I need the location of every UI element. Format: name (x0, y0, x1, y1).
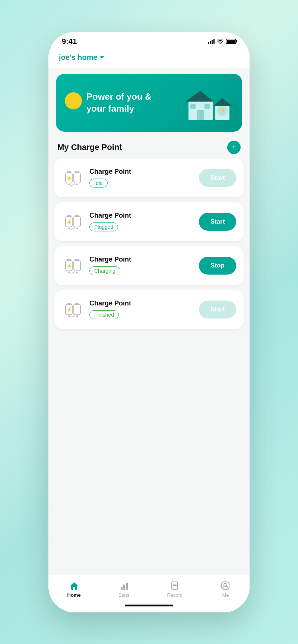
charge-info-0: Charge Point Idle (89, 168, 194, 188)
record-nav-icon (169, 580, 180, 591)
svg-rect-20 (74, 217, 80, 227)
charge-name-0: Charge Point (89, 168, 194, 176)
svg-rect-39 (68, 315, 70, 317)
nav-item-home[interactable]: Home (61, 579, 87, 599)
app-header: joe's home (48, 49, 250, 68)
action-button-0[interactable]: Start (199, 169, 236, 187)
svg-marker-6 (213, 98, 232, 106)
charge-info-2: Charge Point Charging (89, 256, 194, 275)
action-button-3[interactable]: Start (199, 301, 236, 318)
house-illustration: ⚡ (177, 84, 233, 121)
svg-rect-26 (77, 215, 79, 217)
record-nav-label: Record (167, 592, 183, 598)
home-bar (125, 605, 173, 606)
section-title: My Charge Point (57, 142, 122, 152)
charge-name-1: Charge Point (89, 212, 194, 220)
hero-illustration: ⚡ (177, 84, 233, 121)
svg-rect-23 (67, 215, 69, 217)
svg-rect-54 (173, 587, 175, 587)
svg-rect-31 (76, 272, 78, 273)
svg-marker-46 (70, 582, 78, 586)
svg-rect-3 (190, 104, 196, 109)
home-indicator (48, 602, 250, 612)
svg-rect-41 (67, 303, 69, 304)
svg-rect-22 (76, 228, 78, 229)
charge-info-1: Charge Point Plugged (89, 212, 194, 231)
nav-item-stats[interactable]: Stats (112, 579, 136, 599)
svg-text:⚡: ⚡ (66, 263, 73, 269)
svg-rect-12 (68, 184, 70, 185)
charge-info-3: Charge Point Finished (89, 299, 194, 319)
add-charge-point-button[interactable]: + (227, 141, 241, 154)
charge-icon-0: ⚡ (62, 167, 84, 189)
svg-rect-11 (74, 173, 80, 183)
svg-rect-32 (67, 259, 69, 260)
svg-text:⚡: ⚡ (66, 219, 73, 225)
svg-rect-2 (197, 110, 204, 120)
charge-card-1: ⚡ Charge Point Plugged Start (54, 202, 244, 241)
charge-card-3: ⚡ Charge Point Finished Start (54, 290, 244, 329)
svg-rect-52 (173, 584, 177, 584)
hero-line2: your family (86, 103, 152, 114)
charge-cards-container: ⚡ Charge Point Idle Start (48, 158, 250, 329)
charge-card-2: ⚡ Charge Point Charging Stop (54, 246, 244, 285)
svg-rect-25 (75, 215, 77, 217)
stats-nav-label: Stats (118, 592, 130, 598)
phone-frame: 9:41 joe's home (48, 32, 250, 612)
stats-nav-icon (119, 580, 129, 591)
nav-item-me[interactable]: Me (214, 579, 237, 599)
plus-icon: + (232, 143, 237, 151)
svg-rect-21 (68, 228, 70, 229)
hero-text-area: Power of you & your family (65, 91, 152, 114)
home-nav-icon (69, 580, 79, 591)
status-badge-1: Plugged (89, 222, 118, 231)
svg-rect-53 (173, 585, 177, 586)
svg-rect-44 (77, 303, 79, 304)
svg-rect-48 (121, 587, 123, 590)
svg-rect-29 (74, 260, 80, 271)
svg-rect-34 (75, 259, 77, 260)
svg-rect-38 (74, 304, 80, 315)
status-badge-2: Charging (89, 266, 120, 275)
location-selector[interactable]: joe's home (59, 53, 239, 62)
charge-name-2: Charge Point (89, 256, 194, 263)
status-badge-3: Finished (89, 310, 119, 319)
charge-icon-3: ⚡ (62, 298, 84, 321)
me-nav-icon (220, 580, 231, 591)
svg-marker-1 (186, 91, 213, 102)
charge-icon-2: ⚡ (62, 254, 84, 277)
action-button-2[interactable]: Stop (199, 257, 236, 275)
home-nav-label: Home (67, 592, 81, 598)
svg-rect-4 (205, 104, 210, 109)
action-button-1[interactable]: Start (199, 213, 236, 231)
svg-rect-40 (76, 315, 78, 317)
svg-text:⚡: ⚡ (219, 107, 226, 114)
svg-text:⚡: ⚡ (66, 175, 73, 182)
wifi-icon (217, 39, 224, 44)
svg-rect-30 (68, 272, 70, 273)
svg-rect-17 (77, 171, 79, 173)
svg-rect-24 (69, 215, 71, 217)
app-content: joe's home Power of you & your family (48, 49, 250, 612)
nav-item-record[interactable]: Record (161, 579, 188, 599)
me-nav-label: Me (222, 592, 229, 598)
status-time: 9:41 (62, 37, 77, 46)
svg-rect-49 (123, 584, 125, 590)
signal-icon (208, 39, 215, 44)
svg-rect-14 (67, 171, 69, 173)
svg-rect-47 (73, 587, 75, 590)
sun-icon (65, 92, 82, 109)
svg-rect-35 (77, 259, 79, 260)
section-header: My Charge Point + (48, 138, 250, 158)
location-text: joe's home (59, 53, 98, 62)
main-scroll[interactable]: Power of you & your family (48, 68, 250, 575)
charge-icon-1: ⚡ (62, 211, 84, 233)
svg-rect-13 (76, 184, 78, 185)
svg-rect-43 (75, 303, 77, 304)
hero-banner: Power of you & your family (56, 74, 242, 132)
svg-rect-15 (69, 171, 71, 173)
chevron-down-icon (100, 56, 104, 59)
bottom-nav: Home Stats (48, 575, 250, 602)
svg-rect-33 (69, 259, 71, 260)
notch (119, 32, 179, 45)
